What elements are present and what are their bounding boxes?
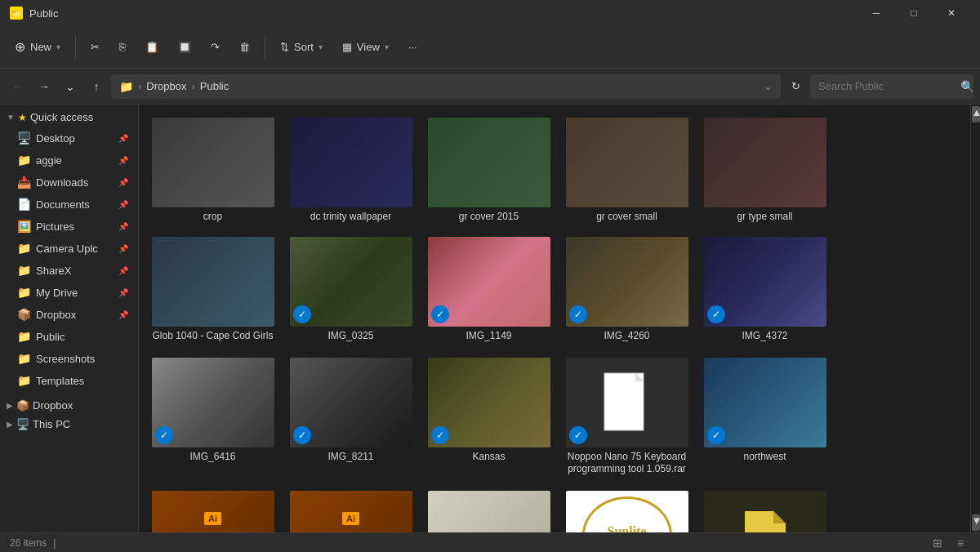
check-badge: ✓ xyxy=(293,305,311,323)
sidebar-item-camera[interactable]: 📁 Camera Uplc 📌 xyxy=(3,238,135,259)
view-list-button[interactable]: ≡ xyxy=(951,535,970,551)
list-item[interactable]: VFD vfdfavicon xyxy=(697,484,832,532)
list-item[interactable]: ✓ IMG_4372 xyxy=(697,230,832,348)
screenshots-icon: 📁 xyxy=(16,351,31,366)
list-item[interactable]: gr type small xyxy=(697,111,832,227)
file-thumbnail: ✓ xyxy=(566,237,688,327)
search-input[interactable] xyxy=(818,80,956,92)
check-badge: ✓ xyxy=(155,426,173,444)
sidebar-item-public[interactable]: 📁 Public xyxy=(3,326,135,347)
scrollbar-up-button[interactable]: ▲ xyxy=(972,106,980,122)
close-button[interactable]: ✕ xyxy=(933,0,970,26)
sidebar-item-desktop[interactable]: 🖥️ Desktop 📌 xyxy=(3,127,135,149)
copy-button[interactable]: ⎘ xyxy=(111,36,134,58)
dropdown-history-button[interactable]: ⌄ xyxy=(59,75,82,98)
scrollbar-right[interactable]: ▲ ▼ xyxy=(970,105,980,532)
list-item[interactable]: ✓ IMG_0325 xyxy=(283,230,418,348)
breadcrumb-dropbox[interactable]: Dropbox xyxy=(146,80,186,92)
sidebar-group-dropbox[interactable]: ▶ 📦 Dropbox xyxy=(0,396,138,415)
sidebar-group-thispc[interactable]: ▶ 🖥️ This PC xyxy=(0,415,138,434)
list-item[interactable]: gr cover 2015 xyxy=(421,111,556,227)
view-button[interactable]: ▦ View ▾ xyxy=(334,36,397,58)
sidebar-item-downloads-label: Downloads xyxy=(36,176,114,189)
list-item[interactable]: ✓ IMG_4260 xyxy=(559,230,694,348)
breadcrumb-sep-1: › xyxy=(138,80,141,92)
sharex-icon: 📁 xyxy=(16,263,31,278)
list-item[interactable]: ✓ IMG_6416 xyxy=(145,351,280,481)
list-item[interactable]: crop xyxy=(145,111,280,227)
view-chevron-icon: ▾ xyxy=(385,42,389,51)
rename-button[interactable]: 🔲 xyxy=(170,36,199,58)
delete-button[interactable]: 🗑 xyxy=(231,36,258,58)
file-name: Kansas xyxy=(472,451,505,462)
sidebar-item-sharex[interactable]: 📁 ShareX 📌 xyxy=(3,260,135,281)
sidebar-item-mydrive[interactable]: 📁 My Drive 📌 xyxy=(3,282,135,303)
quick-access-star-icon: ★ xyxy=(18,112,27,123)
file-name: Noppoo Nano 75 Keyboard programming tool… xyxy=(566,451,688,476)
up-button[interactable]: ↑ xyxy=(85,75,108,98)
breadcrumb-sep-2: › xyxy=(191,80,194,92)
statusbar-separator: | xyxy=(53,537,56,549)
address-box[interactable]: 📁 › Dropbox › Public ⌄ xyxy=(111,74,781,99)
statusbar-right: ⊞ ≡ xyxy=(928,535,970,551)
list-item[interactable]: Ai Ai ✓ overwatch 60-key version 2 xyxy=(283,484,418,532)
list-item[interactable]: ✓ Kansas xyxy=(421,351,556,481)
aggie-icon: 📁 xyxy=(16,153,31,167)
sidebar-item-documents[interactable]: 📄 Documents 📌 xyxy=(3,194,135,215)
search-icon: 🔍 xyxy=(960,80,974,93)
refresh-button[interactable]: ↻ xyxy=(784,75,807,98)
titlebar: 📁 Public ─ □ ✕ xyxy=(0,0,980,26)
file-thumbnail: Sunlite BUCKET COMPANY ✓ xyxy=(566,491,688,532)
file-thumbnail xyxy=(566,118,688,207)
maximize-button[interactable]: □ xyxy=(895,0,933,26)
view-large-icon-button[interactable]: ⊞ xyxy=(928,535,947,551)
mydrive-pin-icon: 📌 xyxy=(118,288,128,297)
copy-icon: ⎘ xyxy=(119,41,126,53)
sidebar-item-templates[interactable]: 📁 Templates xyxy=(3,370,135,391)
list-item[interactable]: ✓ IMG_1149 xyxy=(421,230,556,348)
list-item[interactable]: ✓ IMG_8211 xyxy=(283,351,418,481)
share-button[interactable]: ↷ xyxy=(203,36,228,58)
sidebar-item-aggie[interactable]: 📁 aggie 📌 xyxy=(3,149,135,171)
scrollbar-down-button[interactable]: ▼ xyxy=(972,514,980,531)
breadcrumb-public[interactable]: Public xyxy=(200,80,229,92)
list-item[interactable]: ✓ Picasso halftone 48x40 xyxy=(421,484,556,532)
search-box[interactable]: 🔍 xyxy=(810,74,973,99)
documents-pin-icon: 📌 xyxy=(118,200,128,209)
sort-icon: ⇅ xyxy=(280,41,289,53)
cut-button[interactable]: ✂ xyxy=(82,36,108,58)
content-area: crop dc trinity wallpaper gr cover 2015 … xyxy=(139,105,970,532)
sidebar-item-screenshots-label: Screenshots xyxy=(36,353,128,365)
sidebar-item-downloads[interactable]: 📥 Downloads 📌 xyxy=(3,171,135,193)
dropbox-group-arrow-icon: ▶ xyxy=(7,401,13,410)
forward-button[interactable]: → xyxy=(33,75,56,98)
paste-button[interactable]: 📋 xyxy=(137,36,167,58)
titlebar-controls: ─ □ ✕ xyxy=(858,0,970,26)
new-button[interactable]: ⊕ New ▾ xyxy=(7,34,69,60)
sidebar-item-screenshots[interactable]: 📁 Screenshots xyxy=(3,348,135,369)
list-item[interactable]: ✓ northwest xyxy=(697,351,832,481)
sidebar-group-quick-access[interactable]: ▼ ★ Quick access xyxy=(0,108,138,127)
more-button[interactable]: ··· xyxy=(400,36,425,58)
sidebar-item-dropbox-pinned[interactable]: 📦 Dropbox 📌 xyxy=(3,304,135,325)
file-thumbnail: ✓ xyxy=(704,237,826,327)
file-thumbnail xyxy=(704,118,826,207)
svg-rect-0 xyxy=(604,373,644,430)
file-thumbnail: ✓ xyxy=(428,491,550,532)
list-item[interactable]: Glob 1040 - Cape Cod Girls xyxy=(145,230,280,348)
sidebar-item-pictures[interactable]: 🖼️ Pictures 📌 xyxy=(3,216,135,237)
new-icon: ⊕ xyxy=(15,39,25,55)
list-item[interactable]: gr cover small xyxy=(559,111,694,227)
sort-button[interactable]: ⇅ Sort ▾ xyxy=(272,36,331,58)
list-item[interactable]: dc trinity wallpaper xyxy=(283,111,418,227)
address-chevron-icon[interactable]: ⌄ xyxy=(764,80,773,92)
sidebar-item-desktop-label: Desktop xyxy=(36,132,114,145)
minimize-button[interactable]: ─ xyxy=(858,0,895,26)
sidebar-item-pictures-label: Pictures xyxy=(36,220,114,233)
file-thumbnail: ✓ xyxy=(428,237,550,327)
list-item[interactable]: Ai Ai ✓ overwatch 60-key design xyxy=(145,484,280,532)
list-item[interactable]: Sunlite BUCKET COMPANY ✓ Sunlite logos xyxy=(559,484,694,532)
list-item[interactable]: ✓ Noppoo Nano 75 Keyboard programming to… xyxy=(559,351,694,481)
sidebar-item-dropbox-label: Dropbox xyxy=(36,309,114,321)
back-button[interactable]: ← xyxy=(7,75,29,98)
